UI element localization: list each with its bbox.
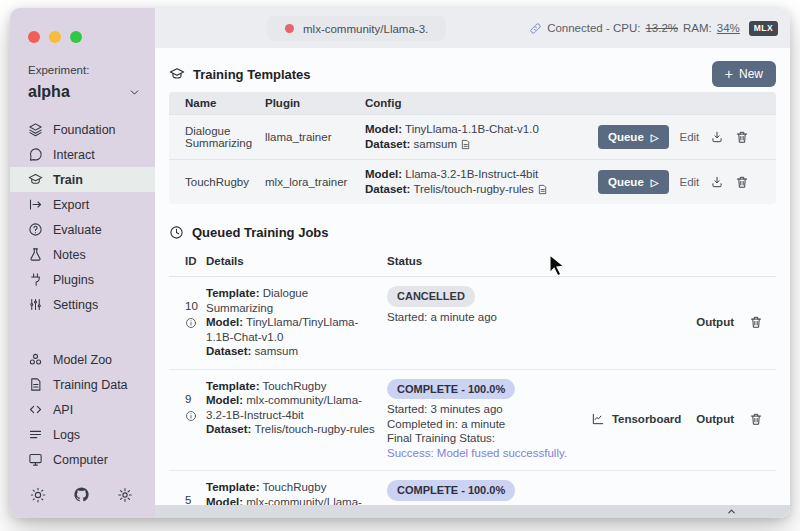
- queue-button[interactable]: Queue▷: [598, 125, 669, 149]
- chevron-down-icon: [128, 86, 141, 99]
- sliders-icon: [28, 297, 43, 312]
- chart-line-icon: [591, 412, 605, 426]
- dataset-value: Trelis/touch-rugby-rules: [254, 423, 374, 435]
- sidebar-item-label: API: [53, 403, 73, 417]
- section-title: Queued Training Jobs: [192, 225, 329, 240]
- table-row: Dialogue Summarizing llama_trainer Model…: [169, 114, 776, 159]
- info-icon[interactable]: [185, 410, 206, 422]
- app-window: Experiment: alpha Foundation Interact Tr…: [10, 8, 790, 518]
- layers-icon: [28, 122, 43, 137]
- close-window-button[interactable]: [28, 31, 40, 43]
- tensorboard-button[interactable]: Tensorboard: [591, 412, 681, 426]
- export-arrow-icon: [28, 197, 43, 212]
- template-config: Model: TinyLlama-1.1B-Chat-v1.0 Dataset:…: [365, 122, 598, 152]
- ram-label: RAM:: [683, 22, 712, 34]
- connection-status: Connected - CPU: 13.2% RAM: 34% MLX: [529, 21, 790, 36]
- sidebar-item-interact[interactable]: Interact: [10, 142, 155, 167]
- template-plugin: mlx_lora_trainer: [265, 176, 365, 188]
- template-name: TouchRugby: [169, 176, 265, 188]
- queue-button[interactable]: Queue▷: [598, 170, 669, 194]
- template-name: Dialogue Summarizing: [169, 125, 265, 149]
- minimize-window-button[interactable]: [49, 31, 61, 43]
- chat-bubble-icon: [28, 147, 43, 162]
- graduation-cap-icon: [28, 172, 43, 187]
- content-area: Training Templates + New Name Plugin Con…: [155, 48, 790, 505]
- dataset-value: Trelis/touch-rugby-rules: [413, 183, 533, 195]
- sidebar-item-computer[interactable]: Computer: [10, 447, 155, 472]
- sidebar-item-plugins[interactable]: Plugins: [10, 267, 155, 292]
- trash-icon[interactable]: [749, 412, 763, 426]
- current-model-badge[interactable]: mlx-community/Llama-3.: [267, 16, 446, 41]
- main-area: mlx-community/Llama-3. Connected - CPU: …: [155, 8, 790, 518]
- model-status-dot: [285, 24, 294, 33]
- template-plugin: llama_trainer: [265, 131, 365, 143]
- help-circle-icon: [28, 222, 43, 237]
- column-header-plugin: Plugin: [265, 97, 365, 109]
- sidebar-item-api[interactable]: API: [10, 397, 155, 422]
- plus-icon: +: [725, 69, 733, 79]
- graduation-cap-icon: [169, 66, 185, 82]
- sidebar-item-settings[interactable]: Settings: [10, 292, 155, 317]
- chevron-up-icon[interactable]: [726, 506, 737, 517]
- model-label: Model:: [365, 123, 402, 135]
- download-icon[interactable]: [710, 130, 724, 144]
- sidebar-item-label: Interact: [53, 148, 95, 162]
- theme-sun-icon[interactable]: [30, 487, 46, 503]
- sidebar-item-notes[interactable]: Notes: [10, 242, 155, 267]
- section-title: Training Templates: [193, 67, 311, 82]
- edit-link[interactable]: Edit: [680, 176, 700, 188]
- sidebar-item-evaluate[interactable]: Evaluate: [10, 217, 155, 242]
- zoom-window-button[interactable]: [70, 31, 82, 43]
- sidebar-footer: [10, 486, 155, 518]
- sidebar-item-export[interactable]: Export: [10, 192, 155, 217]
- nav-divider-gap: [10, 317, 155, 347]
- job-started: Started: a minute ago: [387, 310, 579, 325]
- dataset-file-icon[interactable]: [460, 139, 471, 150]
- sidebar-item-train[interactable]: Train: [10, 167, 155, 192]
- job-id: 9: [185, 393, 206, 405]
- job-id: 10: [185, 300, 206, 312]
- table-row: TouchRugby mlx_lora_trainer Model: Llama…: [169, 159, 776, 204]
- info-icon[interactable]: [185, 317, 206, 329]
- table-row: 10 Template: Dialogue Summarizing Model:…: [169, 277, 776, 370]
- template-value: TouchRugby: [262, 481, 326, 493]
- sidebar-item-training-data[interactable]: Training Data: [10, 372, 155, 397]
- experiment-selector[interactable]: alpha: [28, 83, 141, 101]
- template-value: TouchRugby: [262, 380, 326, 392]
- jobs-table-header: ID Details Status: [169, 248, 776, 277]
- edit-link[interactable]: Edit: [680, 131, 700, 143]
- sidebar-item-label: Training Data: [53, 378, 128, 392]
- sidebar-item-logs[interactable]: Logs: [10, 422, 155, 447]
- new-template-button[interactable]: + New: [712, 61, 776, 87]
- download-icon[interactable]: [710, 175, 724, 189]
- job-details: Template: Dialogue Summarizing Model: Ti…: [206, 286, 387, 359]
- sidebar-item-label: Computer: [53, 453, 108, 467]
- trash-icon[interactable]: [749, 315, 763, 329]
- gear-icon[interactable]: [117, 487, 133, 503]
- template-config: Model: Llama-3.2-1B-Instruct-4bit Datase…: [365, 167, 598, 197]
- table-row: 9 Template: TouchRugby Model: mlx-commun…: [169, 370, 776, 472]
- trash-icon[interactable]: [735, 175, 749, 189]
- status-badge: COMPLETE - 100.0%: [387, 379, 515, 400]
- github-icon[interactable]: [73, 486, 90, 503]
- flask-icon: [28, 247, 43, 262]
- experiment-name: alpha: [28, 83, 70, 101]
- sidebar-item-foundation[interactable]: Foundation: [10, 117, 155, 142]
- sidebar-item-model-zoo[interactable]: Model Zoo: [10, 347, 155, 372]
- sidebar-item-label: Foundation: [53, 123, 116, 137]
- monitor-icon: [28, 452, 43, 467]
- output-link[interactable]: Output: [696, 316, 734, 328]
- play-icon: ▷: [651, 177, 659, 188]
- model-label: Model:: [365, 168, 402, 180]
- clock-icon: [169, 225, 184, 240]
- queue-label: Queue: [608, 176, 644, 188]
- document-icon: [28, 377, 43, 392]
- dataset-value: samsum: [414, 138, 457, 150]
- header-bar: mlx-community/Llama-3. Connected - CPU: …: [155, 8, 790, 48]
- output-link[interactable]: Output: [696, 413, 734, 425]
- trash-icon[interactable]: [735, 130, 749, 144]
- training-templates-header: Training Templates + New: [169, 58, 776, 90]
- dataset-label: Dataset:: [365, 183, 410, 195]
- dataset-file-icon[interactable]: [537, 184, 548, 195]
- sidebar-item-label: Settings: [53, 298, 98, 312]
